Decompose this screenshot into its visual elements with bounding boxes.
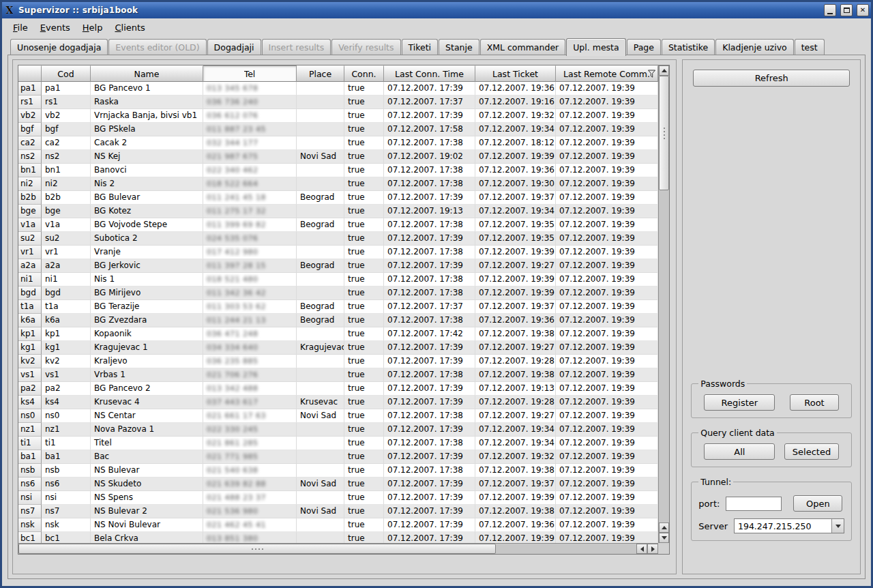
cell-last-ticket[interactable]: 07.12.2007. 19:38 [475,368,556,382]
cell-place[interactable] [297,382,344,396]
tab-stanje[interactable]: Stanje [439,39,479,55]
cell-last-ticket[interactable]: 07.12.2007. 19:34 [475,437,556,450]
table-row[interactable]: su2su2Subotica 2024 535 076true07.12.200… [18,232,658,246]
cell-last-conn-time[interactable]: 07.12.2007. 17:38 [384,218,475,232]
cell-last-ticket[interactable]: 07.12.2007. 19:16 [475,95,556,109]
cell-place[interactable]: Novi Sad [297,477,344,491]
cell-last-conn-time[interactable]: 07.12.2007. 17:39 [384,382,475,396]
menu-item-events[interactable]: Events [35,20,76,35]
cell-last-remote-comm[interactable]: 07.12.2007. 19:39 [556,491,658,505]
cell-tel[interactable]: 011 244 21 13 [203,314,297,327]
table-row[interactable]: bgebgeBG Kotez011 275 17 32true07.12.200… [18,205,658,218]
cell-place[interactable] [297,136,344,150]
cell-name[interactable]: Vranje [91,246,203,259]
cell-last-conn-time[interactable]: 07.12.2007. 17:38 [384,368,475,382]
cell-name[interactable]: Nova Pazova 1 [91,423,203,437]
cell-last-conn-time[interactable]: 07.12.2007. 17:39 [384,491,475,505]
column-header-cod[interactable]: Cod [42,65,91,82]
cell-conn[interactable]: true [344,518,384,532]
cell-last-remote-comm[interactable]: 07.12.2007. 19:39 [556,518,658,532]
cell-name[interactable]: Kopaonik [91,327,203,341]
table-row[interactable]: ns6ns6NS Skudeto021 639 82 88Novi Sadtru… [18,477,658,491]
cell-cod[interactable]: bge [42,205,91,218]
cell-place[interactable]: Beograd [297,314,344,327]
cell-last-remote-comm[interactable]: 07.12.2007. 19:39 [556,109,658,123]
table-row[interactable]: bn1bn1Banovci022 340 462true07.12.2007. … [18,164,658,177]
cell-tel[interactable]: 011 303 53 62 [203,300,297,314]
tab-tiketi[interactable]: Tiketi [402,39,439,55]
close-button[interactable]: ✕ [857,4,869,16]
cell-conn[interactable]: true [344,232,384,246]
cell-cod[interactable]: bn1 [42,164,91,177]
cell-name[interactable]: BG PSkela [91,123,203,136]
cell-last-conn-time[interactable]: 07.12.2007. 17:38 [384,464,475,477]
menu-item-help[interactable]: Help [77,20,108,35]
cell-conn[interactable]: true [344,259,384,273]
server-combobox[interactable]: 194.247.215.250 [734,518,844,533]
cell-tel[interactable]: 022 340 462 [203,164,297,177]
cell-last-remote-comm[interactable]: 07.12.2007. 19:39 [556,355,658,368]
cell-conn[interactable]: true [344,437,384,450]
cell-last-ticket[interactable]: 07.12.2007. 19:39 [475,532,556,543]
row-header[interactable]: ni2 [18,177,42,191]
cell-place[interactable] [297,164,344,177]
scroll-right-button[interactable] [647,544,658,554]
root-button[interactable]: Root [790,394,839,411]
cell-last-conn-time[interactable]: 07.12.2007. 17:39 [384,532,475,543]
cell-last-ticket[interactable]: 07.12.2007. 19:32 [475,109,556,123]
cell-cod[interactable]: kg1 [42,341,91,355]
cell-last-remote-comm[interactable]: 07.12.2007. 19:39 [556,95,658,109]
cell-cod[interactable]: pa2 [42,382,91,396]
cell-tel[interactable]: 018 521 480 [203,273,297,286]
cell-last-remote-comm[interactable]: 07.12.2007. 19:39 [556,136,658,150]
cell-place[interactable]: Beograd [297,218,344,232]
cell-last-remote-comm[interactable]: 07.12.2007. 19:39 [556,532,658,543]
cell-place[interactable]: Beograd [297,259,344,273]
cell-cod[interactable]: a2a [42,259,91,273]
cell-cod[interactable]: vs1 [42,368,91,382]
cell-last-remote-comm[interactable]: 07.12.2007. 19:39 [556,259,658,273]
cell-last-ticket[interactable]: 07.12.2007. 19:34 [475,423,556,437]
cell-conn[interactable]: true [344,109,384,123]
cell-tel[interactable]: 021 540 638 [203,464,297,477]
table-row[interactable]: ti1ti1Titel021 861 285true07.12.2007. 17… [18,437,658,450]
row-header[interactable]: rs1 [18,95,42,109]
cell-place[interactable] [297,423,344,437]
cell-conn[interactable]: true [344,205,384,218]
scroll-up-button-bottom[interactable] [659,523,669,533]
cell-name[interactable]: NS Bulevar 2 [91,505,203,518]
cell-last-conn-time[interactable]: 07.12.2007. 17:42 [384,327,475,341]
table-row[interactable]: vb2vb2Vrnjacka Banja, bivsi vb1036 612 0… [18,109,658,123]
table-row[interactable]: b2bb2bBG Bulevar011 241 45 18Beogradtrue… [18,191,658,205]
row-header[interactable]: bgf [18,123,42,136]
cell-last-remote-comm[interactable]: 07.12.2007. 19:39 [556,409,658,423]
cell-cod[interactable]: rs1 [42,95,91,109]
scroll-left-button[interactable] [636,544,647,554]
table-row[interactable]: ni2ni2Nis 2018 522 664true07.12.2007. 17… [18,177,658,191]
cell-conn[interactable]: true [344,355,384,368]
cell-last-conn-time[interactable]: 07.12.2007. 17:38 [384,177,475,191]
cell-name[interactable]: BG Bulevar [91,191,203,205]
cell-last-conn-time[interactable]: 07.12.2007. 17:39 [384,355,475,368]
cell-last-conn-time[interactable]: 07.12.2007. 17:39 [384,191,475,205]
cell-last-ticket[interactable]: 07.12.2007. 19:28 [475,355,556,368]
cell-last-remote-comm[interactable]: 07.12.2007. 19:39 [556,123,658,136]
cell-name[interactable]: Kragujevac 1 [91,341,203,355]
cell-last-ticket[interactable]: 07.12.2007. 19:37 [475,191,556,205]
cell-conn[interactable]: true [344,191,384,205]
cell-conn[interactable]: true [344,423,384,437]
cell-cod[interactable]: b2b [42,191,91,205]
cell-conn[interactable]: true [344,246,384,259]
cell-last-ticket[interactable]: 07.12.2007. 19:37 [475,300,556,314]
cell-conn[interactable]: true [344,464,384,477]
cell-conn[interactable]: true [344,409,384,423]
cell-place[interactable] [297,450,344,464]
cell-cod[interactable]: ns7 [42,505,91,518]
row-header[interactable]: vr1 [18,246,42,259]
cell-name[interactable]: Nis 2 [91,177,203,191]
cell-cod[interactable]: pa1 [42,82,91,95]
cell-last-conn-time[interactable]: 07.12.2007. 17:39 [384,341,475,355]
tab-dogadjaji[interactable]: Dogadjaji [207,39,261,55]
cell-name[interactable]: Kraljevo [91,355,203,368]
cell-place[interactable] [297,273,344,286]
